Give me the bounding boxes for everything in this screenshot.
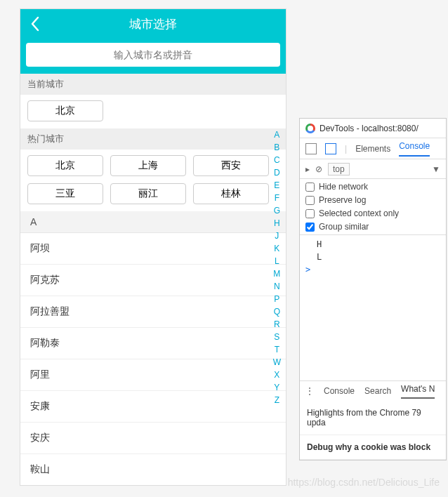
clear-console-icon[interactable]: ⊘: [315, 164, 322, 174]
chrome-icon: [305, 124, 315, 133]
city-item[interactable]: 阿里: [20, 359, 286, 391]
alpha-letter[interactable]: M: [271, 267, 282, 280]
devtools-tabs: | Elements Console: [300, 138, 446, 159]
devtools-panel: DevTools - localhost:8080/ | Elements Co…: [299, 118, 447, 460]
debug-cookie-text: Debug why a cookie was block: [300, 435, 446, 460]
filter-group-similar[interactable]: Group similar: [305, 222, 440, 232]
alpha-letter[interactable]: A: [272, 128, 282, 141]
search-bar: [20, 39, 286, 74]
page-title: 城市选择: [129, 16, 177, 32]
alpha-letter[interactable]: E: [272, 179, 282, 192]
hot-city-label: 热门城市: [20, 128, 286, 150]
chevron-left-icon: [30, 16, 40, 32]
alpha-letter[interactable]: J: [272, 230, 281, 242]
tab-console[interactable]: Console: [399, 141, 430, 157]
hot-city-pill[interactable]: 西安: [193, 155, 269, 176]
alpha-letter[interactable]: Y: [272, 381, 282, 394]
alpha-letter[interactable]: D: [272, 166, 282, 179]
hot-city-pill[interactable]: 桂林: [193, 183, 269, 204]
alpha-letter[interactable]: G: [272, 204, 282, 217]
console-toolbar: ▸ ⊘ top ▼: [300, 159, 446, 179]
inspect-icon[interactable]: [305, 143, 317, 154]
alpha-letter[interactable]: L: [272, 255, 282, 267]
alpha-letter[interactable]: X: [272, 369, 282, 381]
city-scroll[interactable]: 当前城市 北京 热门城市 北京上海西安三亚丽江桂林 A 阿坝阿克苏阿拉善盟阿勒泰…: [20, 74, 286, 485]
city-item[interactable]: 阿坝: [20, 233, 286, 265]
console-prompt[interactable]: >: [305, 263, 440, 276]
watermark: https://blog.csdn.net/Delicious_Life: [288, 477, 440, 488]
devtools-title: DevTools - localhost:8080/: [319, 124, 419, 133]
alpha-letter[interactable]: K: [272, 242, 282, 255]
city-item[interactable]: 安庆: [20, 423, 286, 454]
alpha-letter[interactable]: H: [272, 217, 282, 230]
alpha-letter[interactable]: T: [272, 343, 282, 356]
drawer-tab-console[interactable]: Console: [324, 386, 355, 396]
filter-preserve-log[interactable]: Preserve log: [305, 195, 440, 205]
alpha-letter[interactable]: R: [272, 318, 282, 331]
alpha-letter[interactable]: C: [272, 154, 282, 166]
checkbox-preserve-log[interactable]: [305, 196, 315, 205]
alpha-letter[interactable]: S: [272, 331, 282, 343]
device-toggle-icon[interactable]: [325, 143, 336, 154]
alpha-letter[interactable]: B: [272, 141, 282, 154]
hot-city-pill[interactable]: 北京: [27, 155, 103, 176]
console-line: L: [305, 251, 440, 263]
city-item[interactable]: 阿勒泰: [20, 328, 286, 359]
alpha-letter[interactable]: F: [272, 192, 282, 204]
hot-city-pill[interactable]: 上海: [110, 155, 186, 176]
checkbox-hide-network[interactable]: [305, 183, 315, 192]
current-city-pill[interactable]: 北京: [27, 100, 103, 121]
city-item[interactable]: 安康: [20, 391, 286, 423]
tab-elements[interactable]: Elements: [355, 144, 390, 154]
city-item[interactable]: 鞍山: [20, 454, 286, 485]
checkbox-selected-only[interactable]: [305, 209, 315, 218]
mobile-view: 城市选择 当前城市 北京 热门城市 北京上海西安三亚丽江桂林 A 阿坝阿克苏阿拉…: [20, 8, 286, 486]
alpha-letter[interactable]: P: [272, 293, 282, 305]
filter-hide-network[interactable]: Hide network: [305, 182, 440, 192]
drawer-tab-search[interactable]: Search: [364, 386, 391, 396]
dropdown-caret-icon[interactable]: ▼: [432, 164, 440, 174]
hot-city-pill[interactable]: 三亚: [27, 183, 103, 204]
current-city-label: 当前城市: [20, 74, 286, 95]
alpha-letter[interactable]: Z: [272, 394, 282, 406]
back-button[interactable]: [30, 16, 40, 32]
city-item[interactable]: 阿拉善盟: [20, 296, 286, 328]
sidebar-toggle-icon[interactable]: ▸: [305, 164, 310, 174]
filter-selected-only[interactable]: Selected context only: [305, 208, 440, 218]
alpha-letter[interactable]: W: [271, 356, 283, 369]
search-input[interactable]: [26, 43, 280, 67]
app-header: 城市选择: [20, 9, 286, 39]
context-select[interactable]: top: [328, 163, 350, 175]
console-line: H: [305, 238, 440, 251]
checkbox-group-similar[interactable]: [305, 223, 315, 232]
drawer-menu-icon[interactable]: ⋮: [305, 386, 314, 396]
alpha-letter[interactable]: N: [272, 280, 282, 293]
hot-city-pill[interactable]: 丽江: [110, 183, 186, 204]
devtools-titlebar: DevTools - localhost:8080/: [300, 119, 446, 138]
alpha-letter[interactable]: Q: [272, 305, 282, 318]
highlights-text: Highlights from the Chrome 79 upda: [300, 401, 446, 435]
alpha-index[interactable]: ABCDEFGHJKLMNPQRSTWXYZ: [271, 128, 283, 406]
console-output[interactable]: HL >: [300, 235, 446, 380]
console-filters: Hide network Preserve log Selected conte…: [300, 179, 446, 235]
drawer-tab-whatsnew[interactable]: What's N: [401, 384, 435, 399]
devtools-drawer: ⋮ Console Search What's N Highlights fro…: [300, 380, 446, 460]
letter-header: A: [20, 211, 286, 233]
city-item[interactable]: 阿克苏: [20, 265, 286, 296]
